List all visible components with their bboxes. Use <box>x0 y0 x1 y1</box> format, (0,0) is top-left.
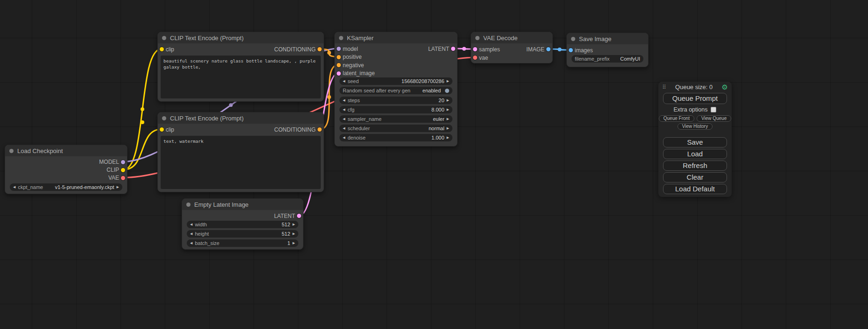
vae-output-socket[interactable] <box>121 176 125 180</box>
settings-gear-icon[interactable]: ⚙ <box>722 84 728 91</box>
seed-widget[interactable]: ◀ seed 156680208700286 ▶ <box>339 77 452 85</box>
decrement-arrow-icon[interactable]: ◀ <box>343 106 345 113</box>
node-title: CLIP Text Encode (Prompt) <box>170 35 244 42</box>
widget-label: filename_prefix <box>575 56 610 62</box>
node-title-bar[interactable]: CLIP Text Encode (Prompt) <box>158 112 324 124</box>
scheduler-widget[interactable]: ◀ scheduler normal ▶ <box>339 125 452 132</box>
increment-arrow-icon[interactable]: ▶ <box>447 115 449 123</box>
node-title-bar[interactable]: CLIP Text Encode (Prompt) <box>158 32 324 43</box>
height-widget[interactable]: ◀ height 512 ▶ <box>187 230 298 238</box>
decrement-arrow-icon[interactable]: ◀ <box>343 115 345 123</box>
widget-value: 20 <box>438 98 444 103</box>
node-ksampler[interactable]: KSampler model positive negative latent_… <box>334 32 458 147</box>
load-default-button[interactable]: Load Default <box>663 184 727 194</box>
sampler-name-widget[interactable]: ◀ sampler_name euler ▶ <box>339 115 452 123</box>
increment-arrow-icon[interactable]: ▶ <box>447 106 449 113</box>
widget-value: enabled <box>423 88 441 93</box>
node-title-bar[interactable]: Empty Latent Image <box>182 199 303 210</box>
node-title: Empty Latent Image <box>194 201 248 208</box>
increment-arrow-icon[interactable]: ▶ <box>117 183 119 191</box>
node-status-icon <box>571 37 575 41</box>
negative-input-socket[interactable] <box>337 63 341 67</box>
filename-prefix-widget[interactable]: filename_prefix ComfyUI <box>572 55 643 63</box>
prompt-textarea[interactable]: beautiful scenery nature glass bottle la… <box>161 56 321 98</box>
increment-arrow-icon[interactable]: ▶ <box>293 221 295 228</box>
conditioning-output-socket[interactable] <box>318 47 322 51</box>
queue-size-label: Queue size: 0 <box>666 84 722 91</box>
view-history-button[interactable]: View History <box>677 123 713 130</box>
batch-size-widget[interactable]: ◀ batch_size 1 ▶ <box>187 239 298 247</box>
node-vae-decode[interactable]: VAE Decode samples vae IMAGE <box>471 32 553 63</box>
model-input-socket[interactable] <box>337 47 341 51</box>
clear-button[interactable]: Clear <box>663 172 727 182</box>
panel-drag-handle-icon[interactable]: ⠿ <box>662 84 666 91</box>
node-title: VAE Decode <box>483 35 517 42</box>
clip-output-socket[interactable] <box>121 168 125 172</box>
clip-input-socket[interactable] <box>160 127 164 132</box>
steps-widget[interactable]: ◀ steps 20 ▶ <box>339 97 452 104</box>
node-title-bar[interactable]: VAE Decode <box>471 32 552 43</box>
decrement-arrow-icon[interactable]: ◀ <box>343 97 345 104</box>
widget-value: 8.000 <box>431 107 445 112</box>
increment-arrow-icon[interactable]: ▶ <box>293 230 295 238</box>
input-label-samples: samples <box>479 46 500 53</box>
load-button[interactable]: Load <box>663 149 727 159</box>
increment-arrow-icon[interactable]: ▶ <box>447 125 449 132</box>
node-title: CLIP Text Encode (Prompt) <box>170 115 244 122</box>
node-load-checkpoint[interactable]: Load Checkpoint MODEL CLIP VAE ◀ ckpt_na… <box>5 145 127 194</box>
latent-output-socket[interactable] <box>297 214 301 218</box>
decrement-arrow-icon[interactable]: ◀ <box>343 134 345 141</box>
latent-output-socket[interactable] <box>451 47 455 51</box>
view-queue-button[interactable]: View Queue <box>697 115 731 122</box>
denoise-widget[interactable]: ◀ denoise 1.000 ▶ <box>339 134 452 141</box>
node-title-bar[interactable]: Save Image <box>567 33 648 44</box>
prompt-textarea[interactable]: text, watermark <box>161 136 321 189</box>
refresh-button[interactable]: Refresh <box>663 161 727 171</box>
input-label-model: model <box>343 46 358 52</box>
clip-input-socket[interactable] <box>160 47 164 51</box>
node-status-icon <box>186 203 191 207</box>
cfg-widget[interactable]: ◀ cfg 8.000 ▶ <box>339 106 452 113</box>
random-seed-toggle-widget[interactable]: Random seed after every gen enabled <box>339 87 452 94</box>
output-label-latent: LATENT <box>428 46 449 52</box>
width-widget[interactable]: ◀ width 512 ▶ <box>187 221 298 228</box>
latent-image-input-socket[interactable] <box>337 71 341 76</box>
widget-label: batch_size <box>195 240 219 246</box>
input-label-positive: positive <box>343 54 362 60</box>
decrement-arrow-icon[interactable]: ◀ <box>190 230 192 238</box>
widget-label: steps <box>347 98 360 103</box>
decrement-arrow-icon[interactable]: ◀ <box>190 221 192 228</box>
decrement-arrow-icon[interactable]: ◀ <box>190 239 192 247</box>
node-title-bar[interactable]: KSampler <box>335 32 457 43</box>
decrement-arrow-icon[interactable]: ◀ <box>13 183 15 191</box>
save-button[interactable]: Save <box>663 137 727 147</box>
queue-prompt-button[interactable]: Queue Prompt <box>663 93 727 104</box>
decrement-arrow-icon[interactable]: ◀ <box>343 125 345 132</box>
model-output-socket[interactable] <box>121 160 125 164</box>
samples-input-socket[interactable] <box>473 47 477 51</box>
node-empty-latent-image[interactable]: Empty Latent Image LATENT ◀ width 512 ▶ … <box>182 198 303 250</box>
toggle-dot-icon[interactable] <box>445 89 449 93</box>
node-save-image[interactable]: Save Image images filename_prefix ComfyU… <box>566 33 649 67</box>
conditioning-output-socket[interactable] <box>318 127 322 132</box>
output-label-vae: VAE <box>108 175 119 181</box>
increment-arrow-icon[interactable]: ▶ <box>447 134 449 141</box>
increment-arrow-icon[interactable]: ▶ <box>447 77 449 85</box>
extra-options-checkbox[interactable] <box>711 107 716 112</box>
widget-value: 512 <box>282 231 290 237</box>
widget-label: width <box>195 222 207 227</box>
increment-arrow-icon[interactable]: ▶ <box>293 239 295 247</box>
node-clip-text-encode-negative[interactable]: CLIP Text Encode (Prompt) clip CONDITION… <box>157 112 324 192</box>
node-status-icon <box>475 36 480 40</box>
ckpt-name-widget[interactable]: ◀ ckpt_name v1-5-pruned-emaonly.ckpt ▶ <box>10 183 122 191</box>
decrement-arrow-icon[interactable]: ◀ <box>343 77 345 85</box>
images-input-socket[interactable] <box>569 48 573 52</box>
positive-input-socket[interactable] <box>337 55 341 59</box>
increment-arrow-icon[interactable]: ▶ <box>447 97 449 104</box>
queue-front-button[interactable]: Queue Front <box>659 115 694 122</box>
node-clip-text-encode-positive[interactable]: CLIP Text Encode (Prompt) clip CONDITION… <box>157 32 324 102</box>
image-output-socket[interactable] <box>546 47 550 51</box>
node-title-bar[interactable]: Load Checkpoint <box>5 145 127 156</box>
vae-input-socket[interactable] <box>473 56 477 60</box>
widget-value: 156680208700286 <box>402 78 445 84</box>
